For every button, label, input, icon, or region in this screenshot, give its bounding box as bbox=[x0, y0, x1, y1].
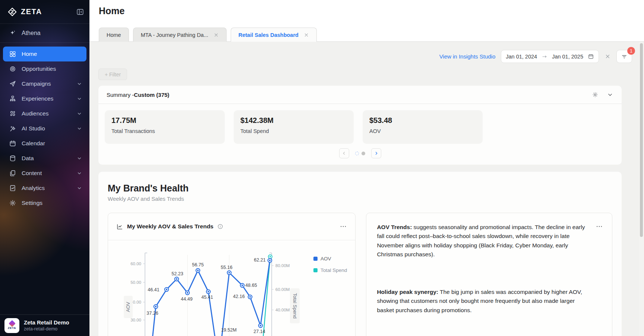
clear-date-icon[interactable] bbox=[604, 53, 611, 60]
metric-label: Total Spend bbox=[240, 128, 347, 134]
tab-mta-journey-pathing-da[interactable]: MTA - Journey Pathing Da... bbox=[133, 28, 227, 42]
tab-close-icon[interactable] bbox=[304, 32, 309, 38]
sidebar-item-label: Campaigns bbox=[22, 80, 51, 87]
insight-paragraph-lead: Holiday peak synergy: bbox=[377, 289, 438, 295]
sidebar-item-opportunities[interactable]: Opportunities bbox=[3, 61, 86, 76]
top-header: Home bbox=[89, 0, 644, 24]
sidebar-item-athena[interactable]: Athena bbox=[0, 24, 89, 43]
sidebar-item-analytics[interactable]: Analytics bbox=[3, 181, 86, 196]
sidebar-item-calendar[interactable]: Calendar bbox=[3, 136, 86, 151]
view-in-insights-studio-link[interactable]: View in Insights Studio bbox=[439, 53, 496, 60]
chevron-down-icon[interactable] bbox=[77, 111, 82, 116]
grid-icon bbox=[9, 50, 16, 58]
svg-text:60.00: 60.00 bbox=[130, 261, 141, 266]
content-icon bbox=[9, 169, 16, 177]
svg-text:80.00M: 80.00M bbox=[275, 263, 290, 268]
info-icon[interactable] bbox=[217, 224, 223, 229]
sidebar-nav: HomeOpportunitiesCampaignsExperiencesAud… bbox=[0, 43, 89, 214]
summary-title-prefix: Summary - bbox=[107, 92, 134, 98]
app-window: ZETA Athena HomeOpportunitiesCampaignsEx… bbox=[0, 0, 644, 336]
sidebar: ZETA Athena HomeOpportunitiesCampaignsEx… bbox=[0, 0, 89, 336]
arrow-right-icon bbox=[542, 54, 547, 60]
date-range-picker[interactable]: Jan 01, 2024 Jan 01, 2025 bbox=[501, 50, 599, 63]
chevron-down-icon[interactable] bbox=[77, 171, 82, 176]
sidebar-item-audiences[interactable]: Audiences bbox=[3, 106, 86, 121]
insight-paragraph-lead: AOV Trends: bbox=[377, 224, 412, 230]
page-scrollbar-thumb[interactable] bbox=[640, 43, 643, 237]
sidebar-item-label: Settings bbox=[22, 200, 42, 206]
org-switcher[interactable]: ZETA Zeta Retail Demo zeta-retail-demo bbox=[0, 314, 89, 336]
svg-text:62.21: 62.21 bbox=[254, 257, 265, 263]
dashboard-controls: View in Insights Studio Jan 01, 2024 Jan… bbox=[439, 50, 632, 63]
svg-text:56.75: 56.75 bbox=[192, 262, 203, 267]
tab-label: MTA - Journey Pathing Da... bbox=[141, 32, 208, 38]
sidebar-item-experiences[interactable]: Experiences bbox=[3, 91, 86, 106]
carousel-next-button[interactable] bbox=[371, 148, 381, 158]
tab-close-icon[interactable] bbox=[214, 32, 219, 38]
chart-menu-ellipsis-icon[interactable] bbox=[340, 223, 347, 230]
sidebar-header: ZETA bbox=[0, 0, 89, 24]
collapse-sidebar-icon[interactable] bbox=[76, 8, 84, 16]
sidebar-item-label: Analytics bbox=[22, 185, 45, 191]
chevron-down-icon[interactable] bbox=[77, 156, 82, 161]
date-start-value[interactable]: Jan 01, 2024 bbox=[506, 54, 537, 60]
sidebar-item-settings[interactable]: Settings bbox=[3, 196, 86, 210]
svg-text:48.65: 48.65 bbox=[245, 283, 257, 288]
line-chart-icon bbox=[116, 223, 123, 230]
org-slug: zeta-retail-demo bbox=[24, 326, 69, 332]
sidebar-item-ai-studio[interactable]: AI Studio bbox=[3, 121, 86, 136]
brand-health-title: My Brand's Health bbox=[108, 183, 612, 194]
ai-insights-card: AOV Trends: suggests seasonality and pro… bbox=[366, 213, 612, 336]
filter-count-badge: 1 bbox=[627, 47, 635, 55]
svg-text:46.41: 46.41 bbox=[148, 287, 159, 292]
date-end-value[interactable]: Jan 01, 2025 bbox=[552, 54, 583, 60]
sidebar-item-label: Athena bbox=[22, 30, 41, 37]
sparkle-icon bbox=[9, 29, 16, 37]
svg-text:45.41: 45.41 bbox=[201, 295, 213, 300]
sidebar-item-data[interactable]: Data bbox=[3, 151, 86, 166]
brand-health-subtitle: Weekly AOV and Sales Trends bbox=[108, 196, 612, 202]
org-logo: ZETA bbox=[4, 318, 19, 333]
filters-button[interactable]: 1 bbox=[616, 50, 632, 63]
sidebar-item-campaigns[interactable]: Campaigns bbox=[3, 76, 86, 91]
audiences-icon bbox=[9, 110, 16, 117]
insights-menu-ellipsis-icon[interactable] bbox=[596, 223, 603, 230]
tab-retail-sales-dashboard[interactable]: Retail Sales Dashboard bbox=[231, 28, 317, 42]
sidebar-item-home[interactable]: Home bbox=[3, 47, 86, 61]
calendar-icon bbox=[9, 140, 16, 147]
page-scrollbar bbox=[639, 42, 644, 336]
dashboard-content: View in Insights Studio Jan 01, 2024 Jan… bbox=[89, 42, 644, 336]
svg-text:50.00: 50.00 bbox=[130, 280, 141, 285]
sidebar-item-label: Data bbox=[22, 155, 34, 162]
carousel-dot-active[interactable] bbox=[355, 152, 359, 155]
carousel-prev-button[interactable] bbox=[339, 148, 349, 158]
metric-value: $142.38M bbox=[240, 116, 347, 125]
tab-label: Retail Sales Dashboard bbox=[239, 32, 299, 38]
summary-header: Summary - Custom (375) bbox=[98, 86, 622, 104]
sidebar-item-label: Experiences bbox=[22, 95, 53, 102]
filter-icon bbox=[621, 53, 628, 60]
calendar-icon[interactable] bbox=[588, 53, 594, 60]
zeta-diamond-icon bbox=[7, 7, 17, 17]
target-icon bbox=[9, 65, 16, 73]
carousel-dot[interactable] bbox=[362, 152, 365, 155]
summary-settings-gear-icon[interactable] bbox=[592, 91, 599, 98]
aov-sales-chart-card: My Weekly AOV & Sales Trends 60.0050.004… bbox=[108, 213, 356, 336]
chevron-down-icon[interactable] bbox=[77, 96, 82, 101]
ai-icon bbox=[9, 125, 16, 132]
sidebar-item-content[interactable]: Content bbox=[3, 166, 86, 181]
svg-text:42.16: 42.16 bbox=[233, 294, 244, 299]
svg-text:52.23: 52.23 bbox=[171, 271, 183, 276]
svg-text:27.14: 27.14 bbox=[253, 329, 265, 334]
metrics-carousel bbox=[98, 148, 622, 158]
summary-collapse-chevron-icon[interactable] bbox=[607, 91, 613, 98]
chevron-down-icon[interactable] bbox=[77, 186, 82, 191]
svg-text:AOV: AOV bbox=[125, 302, 131, 312]
chevron-down-icon[interactable] bbox=[77, 81, 82, 86]
chevron-down-icon[interactable] bbox=[77, 126, 82, 131]
sidebar-item-label: Audiences bbox=[22, 110, 48, 117]
add-filter-button[interactable]: + Filter bbox=[98, 69, 127, 80]
sidebar-item-label: Content bbox=[22, 170, 42, 177]
metric-label: AOV bbox=[369, 128, 476, 134]
tab-home[interactable]: Home bbox=[99, 28, 129, 42]
